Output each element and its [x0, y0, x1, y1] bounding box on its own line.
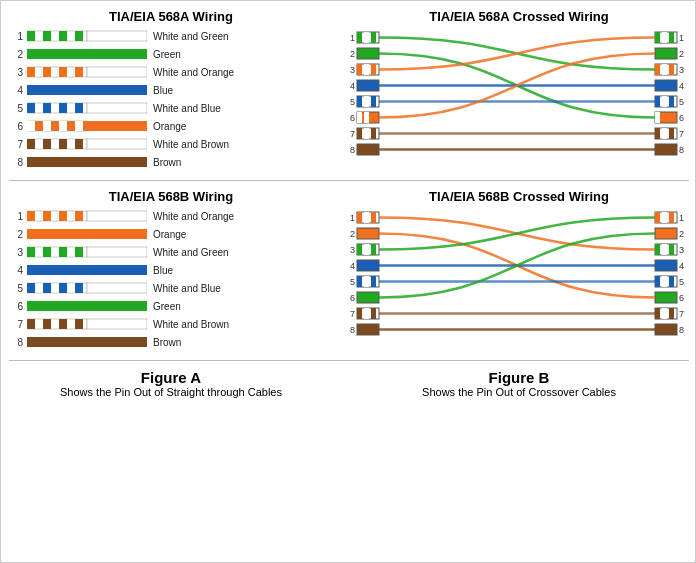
- svg-text:6: 6: [350, 113, 355, 123]
- svg-rect-49: [357, 96, 362, 107]
- svg-text:4: 4: [350, 81, 355, 91]
- svg-rect-25: [87, 121, 147, 131]
- svg-rect-136: [357, 276, 362, 287]
- svg-rect-100: [27, 247, 35, 257]
- svg-rect-16: [43, 103, 51, 113]
- svg-rect-114: [27, 319, 35, 329]
- svg-rect-65: [655, 32, 660, 43]
- svg-text:5: 5: [679, 97, 684, 107]
- svg-rect-81: [669, 96, 674, 107]
- 568a-crossed-section: TIA/EIA 568A Crossed Wiring 1 2 3: [341, 5, 696, 176]
- svg-rect-101: [43, 247, 51, 257]
- divider-bottom: [9, 360, 689, 361]
- svg-rect-21: [27, 121, 35, 131]
- svg-rect-123: [364, 212, 369, 223]
- svg-rect-19: [87, 103, 147, 113]
- svg-text:5: 5: [350, 97, 355, 107]
- svg-rect-46: [357, 80, 379, 91]
- svg-rect-67: [669, 32, 674, 43]
- svg-rect-144: [364, 308, 369, 319]
- svg-rect-145: [371, 308, 376, 319]
- svg-rect-116: [59, 319, 67, 329]
- figure-b: Figure B Shows the Pin Out of Crossover …: [341, 365, 696, 402]
- svg-text:7: 7: [350, 309, 355, 319]
- divider-top: [9, 180, 689, 181]
- svg-rect-4: [75, 31, 83, 41]
- svg-text:1: 1: [679, 213, 684, 223]
- svg-rect-24: [75, 121, 83, 131]
- svg-rect-161: [655, 260, 677, 271]
- svg-rect-54: [357, 112, 362, 123]
- svg-rect-107: [27, 283, 35, 293]
- svg-rect-55: [364, 112, 369, 123]
- svg-rect-137: [364, 276, 369, 287]
- svg-rect-35: [357, 32, 362, 43]
- wire-row-3: 3 White and Orange: [11, 64, 331, 80]
- figure-a-desc: Shows the Pin Out of Straight through Ca…: [5, 386, 337, 398]
- 568a-straight-title: TIA/EIA 568A Wiring: [11, 9, 331, 24]
- svg-rect-10: [59, 67, 67, 77]
- svg-rect-60: [371, 128, 376, 139]
- svg-rect-76: [655, 80, 677, 91]
- svg-rect-58: [357, 128, 362, 139]
- svg-text:1: 1: [350, 33, 355, 43]
- 568b-crossed-section: TIA/EIA 568B Crossed Wiring 1 2 3: [341, 185, 696, 356]
- 568b-crossed-diagram: 1 2 3 4: [347, 208, 687, 346]
- svg-text:8: 8: [679, 145, 684, 155]
- svg-rect-97: [87, 211, 147, 221]
- svg-rect-159: [669, 244, 674, 255]
- svg-rect-109: [59, 283, 67, 293]
- 568b-crossed-title: TIA/EIA 568B Crossed Wiring: [347, 189, 691, 204]
- svg-rect-23: [59, 121, 67, 131]
- svg-text:8: 8: [350, 325, 355, 335]
- svg-rect-150: [655, 212, 660, 223]
- svg-rect-154: [655, 228, 677, 239]
- svg-rect-32: [27, 157, 147, 167]
- svg-rect-165: [662, 276, 667, 287]
- svg-rect-29: [59, 139, 67, 149]
- svg-rect-126: [357, 228, 379, 239]
- svg-rect-94: [43, 211, 51, 221]
- svg-rect-44: [371, 64, 376, 75]
- svg-text:4: 4: [679, 81, 684, 91]
- svg-text:7: 7: [350, 129, 355, 139]
- svg-text:7: 7: [679, 129, 684, 139]
- 568a-crossed-title: TIA/EIA 568A Crossed Wiring: [347, 9, 691, 24]
- svg-rect-147: [357, 324, 379, 335]
- wire-row-b2: 2 Orange: [11, 226, 331, 242]
- 568a-straight-section: TIA/EIA 568A Wiring 1 White and Green 2 …: [1, 5, 341, 176]
- svg-text:7: 7: [679, 309, 684, 319]
- 568b-straight-section: TIA/EIA 568B Wiring 1 White and Orange 2…: [1, 185, 341, 356]
- svg-text:8: 8: [679, 325, 684, 335]
- svg-rect-175: [655, 324, 677, 335]
- svg-rect-158: [662, 244, 667, 255]
- svg-rect-1: [27, 31, 35, 41]
- svg-rect-138: [371, 276, 376, 287]
- figure-a: Figure A Shows the Pin Out of Straight t…: [1, 365, 341, 402]
- svg-rect-173: [669, 308, 674, 319]
- svg-rect-79: [655, 96, 660, 107]
- svg-text:3: 3: [679, 65, 684, 75]
- svg-rect-11: [75, 67, 83, 77]
- svg-rect-12: [87, 67, 147, 77]
- svg-text:2: 2: [350, 49, 355, 59]
- svg-rect-129: [357, 244, 362, 255]
- svg-rect-42: [357, 64, 362, 75]
- svg-rect-50: [364, 96, 369, 107]
- svg-rect-172: [662, 308, 667, 319]
- svg-rect-2: [43, 31, 51, 41]
- svg-rect-89: [669, 128, 674, 139]
- wire-row-4: 4 Blue: [11, 82, 331, 98]
- svg-rect-117: [75, 319, 83, 329]
- svg-rect-119: [27, 337, 147, 347]
- svg-rect-84: [655, 112, 660, 123]
- svg-text:3: 3: [350, 245, 355, 255]
- wire-row-5: 5 White and Blue: [11, 100, 331, 116]
- svg-rect-171: [655, 308, 660, 319]
- wire-row-b6: 6 Green: [11, 298, 331, 314]
- figure-a-label: Figure A: [5, 369, 337, 386]
- wire-row-b1: 1 White and Orange: [11, 208, 331, 224]
- svg-rect-74: [669, 64, 674, 75]
- svg-text:5: 5: [350, 277, 355, 287]
- wire-row-b7: 7 White and Brown: [11, 316, 331, 332]
